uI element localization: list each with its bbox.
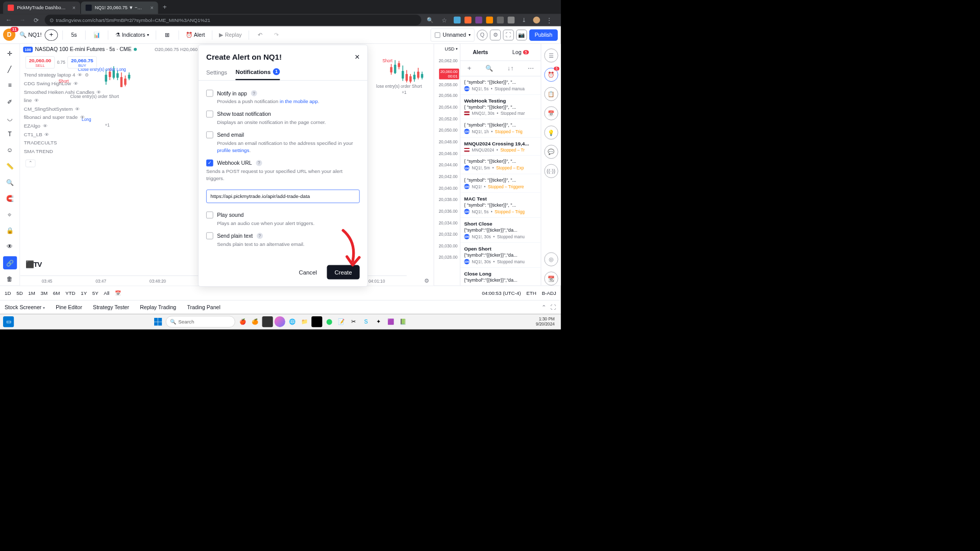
notify-app-label: Notify in app xyxy=(217,90,247,96)
email-label: Send email xyxy=(217,132,244,138)
extension-icon[interactable] xyxy=(464,16,472,23)
email-desc: Provides an email notification to the ad… xyxy=(217,140,359,154)
task-app-icon[interactable]: 🍊 xyxy=(250,316,260,327)
browser-tab[interactable]: NQ1! 20,060.75 ▼ −0.14% Unn… × xyxy=(81,2,158,14)
help-icon[interactable]: ? xyxy=(251,90,257,96)
webhook-label: Webhook URL xyxy=(217,160,252,166)
tab-bar: PickMyTrade Dashboard - Man… × NQ1! 20,0… xyxy=(0,0,561,14)
toast-checkbox[interactable] xyxy=(206,111,213,118)
browser-chrome: PickMyTrade Dashboard - Man… × NQ1! 20,0… xyxy=(0,0,561,26)
extension-icon[interactable] xyxy=(486,16,493,23)
tab-settings[interactable]: Settings xyxy=(206,68,227,80)
sound-desc: Plays an audio cue when your alert trigg… xyxy=(217,220,359,227)
windows-taskbar: ▭ 🔍Search 🍎 🍊 🌐 📁 ⬤ 📝 ✂ S ✦ 🟪 📗 1:30 PM … xyxy=(0,314,561,329)
url-input[interactable]: ⊙ tradingview.com/chart/SmPmBPr2/?symbol… xyxy=(45,15,422,26)
task-app-icon[interactable]: 📗 xyxy=(398,316,408,327)
task-app-icon[interactable]: 🍎 xyxy=(237,316,248,327)
modal-header: Create Alert on NQ1! × xyxy=(199,45,368,65)
webhook-row: ✓ Webhook URL ? xyxy=(206,159,360,166)
tray-date: 9/20/2024 xyxy=(536,322,555,327)
help-icon[interactable]: ? xyxy=(256,160,262,166)
task-app-icon[interactable]: ✂ xyxy=(348,316,359,327)
tab-title: PickMyTrade Dashboard - Man… xyxy=(17,5,66,11)
url-text: tradingview.com/chart/SmPmBPr2/?symbol=C… xyxy=(56,17,211,23)
modal-tabs: Settings Notifications 1 xyxy=(199,65,368,81)
task-whatsapp-icon[interactable]: ⬤ xyxy=(324,316,334,327)
tab-title: NQ1! 20,060.75 ▼ −0.14% Unn… xyxy=(95,5,144,11)
task-widget-icon[interactable]: ▭ xyxy=(3,316,14,327)
taskbar-search[interactable]: 🔍Search xyxy=(165,316,235,328)
task-app-icon[interactable]: S xyxy=(360,316,371,327)
task-app-icon[interactable]: 🟪 xyxy=(385,316,396,327)
sound-checkbox[interactable] xyxy=(206,212,213,219)
plaintext-desc: Sends plain text to an alternative email… xyxy=(217,241,359,248)
task-slack-icon[interactable]: ✦ xyxy=(373,316,384,327)
downloads-icon[interactable]: ⤓ xyxy=(519,17,529,23)
plaintext-label: Send plain text xyxy=(217,233,253,239)
notify-app-desc: Provides a push notification in the mobi… xyxy=(217,98,359,106)
modal-overlay: Create Alert on NQ1! × Settings Notifica… xyxy=(0,26,561,314)
browser-tab[interactable]: PickMyTrade Dashboard - Man… × xyxy=(3,2,80,14)
bookmark-icon[interactable]: ☆ xyxy=(439,16,450,23)
extension-icon[interactable] xyxy=(454,16,461,23)
create-alert-modal: Create Alert on NQ1! × Settings Notifica… xyxy=(198,45,368,287)
reload-button[interactable]: ⟳ xyxy=(31,16,41,23)
menu-icon[interactable]: ⋮ xyxy=(544,16,555,23)
modal-body: Notify in app ? Provides a push notifica… xyxy=(199,81,368,260)
email-checkbox[interactable] xyxy=(206,132,213,139)
tab-notifications[interactable]: Notifications 1 xyxy=(236,68,280,80)
task-app-icon[interactable] xyxy=(274,316,285,327)
forward-button[interactable]: → xyxy=(17,16,28,23)
search-icon: 🔍 xyxy=(170,319,176,324)
address-bar: ← → ⟳ ⊙ tradingview.com/chart/SmPmBPr2/?… xyxy=(0,14,561,26)
sound-label: Play sound xyxy=(217,212,243,218)
tab-close-icon[interactable]: × xyxy=(72,5,76,11)
extension-icons: 🔍 ☆ ⤓ ⋮ xyxy=(424,16,557,23)
profile-settings-link[interactable]: profile settings xyxy=(217,147,249,153)
notifications-badge: 1 xyxy=(273,68,280,76)
task-app-icon[interactable] xyxy=(311,316,322,327)
extension-icon[interactable] xyxy=(497,16,504,23)
mobile-app-link[interactable]: in the mobile app xyxy=(280,98,318,104)
tray-time: 1:30 PM xyxy=(536,317,555,322)
tab-favicon-icon xyxy=(8,5,14,11)
notify-app-checkbox[interactable] xyxy=(206,90,213,97)
system-tray[interactable]: 1:30 PM 9/20/2024 xyxy=(536,317,558,327)
webhook-checkbox[interactable]: ✓ xyxy=(206,159,213,166)
webhook-url-input[interactable] xyxy=(206,190,360,203)
toast-label: Show toast notification xyxy=(217,111,271,117)
tab-favicon-icon xyxy=(86,5,92,11)
sound-row: Play sound xyxy=(206,212,360,219)
extension-icon[interactable] xyxy=(508,16,515,23)
start-button[interactable] xyxy=(153,316,163,327)
tradingview-app: D 11 🔍 NQ1! + 5s 📊 ⚗ Indicators ▾ ⊞ ⏰ Al… xyxy=(0,26,561,314)
toast-desc: Displays an onsite notification in the p… xyxy=(217,119,359,126)
modal-title: Create Alert on NQ1! xyxy=(206,53,282,61)
profile-avatar-icon[interactable] xyxy=(533,16,540,23)
extension-icon[interactable] xyxy=(475,16,482,23)
back-button[interactable]: ← xyxy=(3,16,14,23)
task-notepad-icon[interactable]: 📝 xyxy=(336,316,347,327)
notify-app-row: Notify in app ? xyxy=(206,90,360,97)
site-info-icon[interactable]: ⊙ xyxy=(50,17,54,23)
help-icon[interactable]: ? xyxy=(257,233,263,239)
tab-close-icon[interactable]: × xyxy=(150,5,153,11)
webhook-desc: Sends a POST request to your specified U… xyxy=(206,168,360,182)
task-chrome-icon[interactable]: 🌐 xyxy=(286,316,297,327)
task-explorer-icon[interactable]: 📁 xyxy=(299,316,310,327)
create-button[interactable]: Create xyxy=(327,265,359,279)
close-icon[interactable]: × xyxy=(355,52,360,62)
toast-row: Show toast notification xyxy=(206,111,360,118)
task-app-icon[interactable] xyxy=(262,316,273,327)
new-tab-button[interactable]: + xyxy=(159,2,170,13)
zoom-icon[interactable]: 🔍 xyxy=(424,17,435,23)
cancel-button[interactable]: Cancel xyxy=(292,265,323,279)
plaintext-row: Send plain text ? xyxy=(206,233,360,240)
plaintext-checkbox[interactable] xyxy=(206,233,213,240)
modal-footer: Cancel Create xyxy=(199,260,368,286)
email-row: Send email xyxy=(206,132,360,139)
